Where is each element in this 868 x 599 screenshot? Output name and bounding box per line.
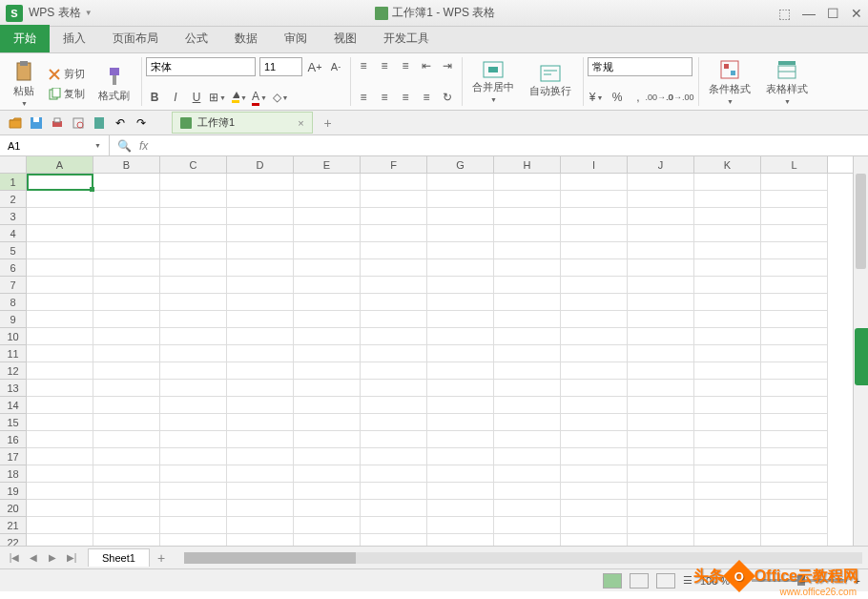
tab-data[interactable]: 数据 [221, 25, 271, 52]
cell[interactable] [427, 500, 494, 517]
row-header[interactable]: 4 [0, 225, 27, 242]
sheet-next-icon[interactable]: ▶ [44, 549, 61, 567]
redo-icon[interactable]: ↷ [132, 114, 151, 133]
formula-input[interactable] [155, 135, 868, 155]
underline-button[interactable]: U [188, 89, 205, 106]
cell[interactable] [561, 277, 628, 294]
cell[interactable] [27, 225, 93, 242]
cell[interactable] [628, 225, 694, 242]
cell[interactable] [160, 517, 227, 534]
cell[interactable] [494, 500, 561, 517]
cell[interactable] [628, 311, 694, 328]
add-document-tab[interactable]: + [324, 115, 332, 131]
cell[interactable] [694, 500, 761, 517]
cell[interactable] [494, 242, 561, 259]
paste-button[interactable]: 粘贴▼ [8, 57, 40, 111]
cell[interactable] [494, 259, 561, 277]
row-header[interactable]: 21 [0, 517, 27, 534]
column-header[interactable]: G [427, 156, 494, 173]
italic-button[interactable]: I [167, 89, 184, 106]
column-header[interactable]: E [294, 156, 361, 173]
cell[interactable] [494, 448, 561, 465]
cell[interactable] [227, 225, 294, 242]
percent-icon[interactable]: % [609, 89, 626, 106]
cell[interactable] [160, 294, 227, 311]
name-box-dropdown-icon[interactable]: ▼ [94, 142, 101, 149]
cell[interactable] [694, 277, 761, 294]
cell[interactable] [761, 465, 828, 483]
cell[interactable] [93, 311, 160, 328]
cell[interactable] [27, 431, 93, 448]
cell[interactable] [361, 465, 427, 483]
cell[interactable] [561, 534, 628, 546]
ribbon-toggle-icon[interactable]: ⬚ [778, 6, 791, 21]
fill-color-button[interactable]: ▼ [230, 89, 247, 106]
cell[interactable] [494, 534, 561, 546]
cell[interactable] [93, 380, 160, 397]
cell[interactable] [561, 431, 628, 448]
cell[interactable] [761, 242, 828, 259]
sheet-tab[interactable]: Sheet1 [88, 548, 150, 567]
row-header[interactable]: 12 [0, 362, 27, 380]
cell[interactable] [761, 414, 828, 431]
cell[interactable] [494, 294, 561, 311]
cell[interactable] [361, 517, 427, 534]
cell[interactable] [361, 397, 427, 414]
cell[interactable] [694, 534, 761, 546]
cell[interactable] [761, 345, 828, 362]
wrap-text-button[interactable]: 自动换行 [524, 61, 577, 102]
font-name-input[interactable] [146, 57, 256, 76]
decrease-decimal-icon[interactable]: .0→.00 [672, 89, 689, 106]
cell[interactable] [27, 242, 93, 259]
cell[interactable] [227, 277, 294, 294]
cell[interactable] [628, 534, 694, 546]
increase-font-icon[interactable]: A+ [306, 58, 323, 75]
cell[interactable] [294, 328, 361, 345]
cell[interactable] [694, 448, 761, 465]
column-header[interactable]: C [160, 156, 227, 173]
cell[interactable] [427, 174, 494, 191]
cell[interactable] [628, 362, 694, 380]
row-header[interactable]: 18 [0, 465, 27, 483]
cell[interactable] [427, 328, 494, 345]
cell[interactable] [494, 431, 561, 448]
cell[interactable] [93, 431, 160, 448]
normal-view-icon[interactable] [603, 573, 622, 589]
cell[interactable] [561, 362, 628, 380]
cell[interactable] [427, 191, 494, 208]
undo-icon[interactable]: ↶ [111, 114, 130, 133]
column-header[interactable]: H [494, 156, 561, 173]
cell[interactable] [160, 174, 227, 191]
cell[interactable] [628, 517, 694, 534]
cell[interactable] [294, 534, 361, 546]
cell[interactable] [361, 174, 427, 191]
decrease-font-icon[interactable]: A- [327, 58, 344, 75]
cell[interactable] [561, 380, 628, 397]
cell[interactable] [361, 483, 427, 500]
cell[interactable] [494, 277, 561, 294]
maximize-button[interactable]: ☐ [827, 6, 839, 21]
cell[interactable] [694, 431, 761, 448]
cell[interactable] [628, 483, 694, 500]
cell[interactable] [628, 259, 694, 277]
column-header[interactable]: B [93, 156, 160, 173]
cell[interactable] [93, 465, 160, 483]
export-pdf-icon[interactable] [90, 114, 109, 133]
cell[interactable] [694, 259, 761, 277]
cell[interactable] [160, 380, 227, 397]
cell[interactable] [761, 517, 828, 534]
cell[interactable] [494, 174, 561, 191]
cell[interactable] [361, 380, 427, 397]
column-header[interactable]: I [561, 156, 628, 173]
cell[interactable] [427, 380, 494, 397]
cell[interactable] [160, 465, 227, 483]
cell[interactable] [227, 380, 294, 397]
cell[interactable] [361, 294, 427, 311]
tab-formulas[interactable]: 公式 [172, 25, 221, 52]
cell[interactable] [561, 483, 628, 500]
cell[interactable] [361, 311, 427, 328]
cell[interactable] [694, 380, 761, 397]
cell[interactable] [27, 448, 93, 465]
cell[interactable] [160, 259, 227, 277]
column-header[interactable]: K [694, 156, 761, 173]
